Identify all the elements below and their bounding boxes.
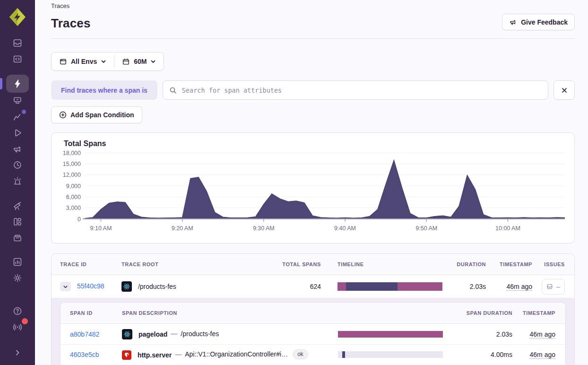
main-content: Traces Traces Give Feedback All Envs <box>35 0 588 365</box>
total-spans-area-chart[interactable]: 03,0006,0009,00012,00015,00018,0009:10 A… <box>60 149 565 235</box>
col-timeline: TIMELINE <box>321 261 442 267</box>
span-duration: 2.03s <box>446 330 512 338</box>
environment-filter[interactable]: All Envs <box>52 52 114 70</box>
span-search-box[interactable] <box>163 80 548 100</box>
span-timestamp[interactable]: 46m ago <box>530 351 555 358</box>
issues-icon <box>546 283 553 290</box>
svg-text:3,000: 3,000 <box>66 205 81 211</box>
span-op: http.server <box>138 351 172 359</box>
settings-gear-icon[interactable] <box>6 270 29 286</box>
insights-projector-icon[interactable] <box>6 93 29 109</box>
issues-count: – <box>556 283 560 290</box>
explore-lightning-icon[interactable] <box>6 75 29 93</box>
calendar-icon <box>122 58 130 66</box>
col-duration: DURATION <box>442 261 486 267</box>
span-op: pageload <box>138 330 167 338</box>
issues-icon[interactable] <box>6 35 29 51</box>
trace-timestamp[interactable]: 46m ago <box>507 283 532 290</box>
page-title: Traces <box>51 16 91 31</box>
whats-new-broadcast-icon[interactable] <box>6 319 29 335</box>
traces-table-header: TRACE ID TRACE ROOT TOTAL SPANS TIMELINE… <box>52 254 574 275</box>
span-description: Api::V1::OrganizationController#i… <box>185 350 288 358</box>
col-trace-id: TRACE ID <box>52 261 121 267</box>
svg-text:18,000: 18,000 <box>63 150 81 156</box>
search-icon <box>169 87 177 94</box>
svg-text:6,000: 6,000 <box>66 194 81 200</box>
plus-circle-icon <box>59 111 67 119</box>
chevron-down-icon <box>63 284 68 289</box>
clear-search-button[interactable] <box>553 80 575 100</box>
breadcrumb[interactable]: Traces <box>51 1 575 9</box>
ruby-icon <box>122 350 131 360</box>
window-icon <box>59 58 67 66</box>
span-timeline-bar <box>338 351 443 358</box>
give-feedback-button[interactable]: Give Feedback <box>502 14 575 30</box>
span-status-badge: ok <box>293 349 308 359</box>
total-spans-value: 624 <box>269 283 321 290</box>
span-row[interactable]: 4603e5cb http.server—Api::V1::Organizati… <box>61 344 565 365</box>
trace-id-link[interactable]: 55f40c98 <box>77 282 104 290</box>
svg-text:15,000: 15,000 <box>63 161 81 167</box>
svg-text:9:40 AM: 9:40 AM <box>334 225 356 232</box>
svg-text:10:00 AM: 10:00 AM <box>495 225 520 232</box>
new-badge-dot <box>22 110 26 114</box>
help-icon[interactable] <box>6 303 29 319</box>
spans-table-header: SPAN ID SPAN DESCRIPTION SPAN DURATION T… <box>61 303 565 324</box>
crons-clock-icon[interactable] <box>6 157 29 173</box>
svg-text:9:30 AM: 9:30 AM <box>253 225 275 232</box>
span-timeline-bar <box>338 331 443 338</box>
trace-duration: 2.03s <box>442 283 486 290</box>
chevron-down-icon <box>150 59 156 64</box>
total-spans-chart-panel: Total Spans 03,0006,0009,00012,00015,000… <box>51 132 575 243</box>
col-issues: ISSUES <box>532 261 573 267</box>
col-span-description: SPAN DESCRIPTION <box>122 310 328 316</box>
span-id-link[interactable]: 4603e5cb <box>70 351 99 358</box>
close-icon <box>561 87 568 94</box>
collapse-chevron-icon[interactable] <box>6 345 29 361</box>
projects-icon[interactable] <box>6 51 29 67</box>
alerts-siren-icon[interactable] <box>6 173 29 189</box>
chart-title: Total Spans <box>64 139 566 148</box>
expanded-trace-area: SPAN ID SPAN DESCRIPTION SPAN DURATION T… <box>52 298 574 365</box>
sidebar <box>0 0 35 365</box>
add-span-condition-button[interactable]: Add Span Condition <box>51 106 142 123</box>
dashboards-layout-icon[interactable] <box>6 214 29 230</box>
svg-text:12,000: 12,000 <box>63 172 81 178</box>
col-span-duration: SPAN DURATION <box>446 310 512 316</box>
svg-text:9:10 AM: 9:10 AM <box>90 225 112 232</box>
col-total-spans: TOTAL SPANS <box>269 261 321 267</box>
span-duration: 4.00ms <box>446 351 512 358</box>
spans-table: SPAN ID SPAN DESCRIPTION SPAN DURATION T… <box>60 302 566 365</box>
span-description: /products-fes <box>181 330 219 337</box>
span-timestamp[interactable]: 46m ago <box>530 330 555 338</box>
feedback-megaphone-icon[interactable] <box>6 141 29 157</box>
trace-row[interactable]: 55f40c98 /products-fes 624 2.0 <box>52 275 574 298</box>
chevron-down-icon <box>101 59 106 64</box>
col-span-timestamp: TIMESTAMP <box>512 310 565 316</box>
stats-icon[interactable] <box>6 254 29 270</box>
megaphone-icon <box>509 18 517 26</box>
separator: — <box>167 330 181 337</box>
replays-play-icon[interactable] <box>6 125 29 141</box>
time-range-filter[interactable]: 60M <box>114 52 164 70</box>
span-row[interactable]: a80b7482 pageload—/products-fes <box>61 324 565 344</box>
svg-text:0: 0 <box>78 216 81 223</box>
span-search-input[interactable] <box>181 86 542 95</box>
col-timestamp: TIMESTAMP <box>486 261 532 267</box>
add-span-condition-label: Add Span Condition <box>70 111 134 119</box>
svg-text:9,000: 9,000 <box>66 183 81 190</box>
find-traces-label: Find traces where a span is <box>51 80 157 100</box>
span-id-link[interactable]: a80b7482 <box>70 330 99 338</box>
react-icon <box>122 329 132 339</box>
org-logo[interactable] <box>7 7 28 27</box>
discover-telescope-icon[interactable] <box>6 198 29 214</box>
trace-root-name: /products-fes <box>138 283 176 290</box>
react-icon <box>121 281 132 292</box>
time-range-label: 60M <box>134 58 147 65</box>
col-span-id: SPAN ID <box>61 310 122 316</box>
performance-chart-icon[interactable] <box>6 109 29 125</box>
releases-archive-icon[interactable] <box>6 230 29 246</box>
span-search-row: Find traces where a span is <box>51 80 575 100</box>
expand-trace-button[interactable] <box>60 282 71 291</box>
trace-issues-badge[interactable]: – <box>542 279 565 295</box>
